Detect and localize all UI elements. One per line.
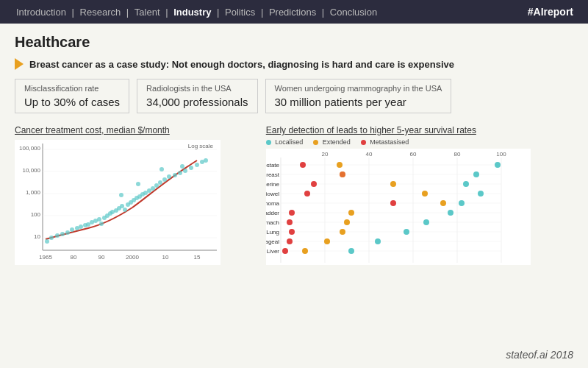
- svg-point-29: [86, 222, 90, 227]
- stat-value-misclassification: Up to 30% of cases: [24, 96, 120, 108]
- svg-text:100: 100: [31, 211, 41, 218]
- sep3: |: [165, 7, 171, 18]
- svg-point-61: [204, 158, 208, 163]
- svg-point-40: [120, 204, 124, 208]
- svg-point-110: [423, 219, 429, 225]
- svg-text:Bowel: Bowel: [266, 191, 279, 197]
- svg-point-126: [302, 248, 308, 254]
- svg-point-91: [390, 181, 396, 187]
- svg-point-23: [60, 232, 65, 236]
- svg-point-92: [311, 181, 317, 187]
- svg-point-27: [79, 224, 83, 229]
- svg-point-32: [97, 217, 101, 222]
- svg-point-97: [304, 191, 310, 197]
- nav-item-talent[interactable]: Talent: [135, 7, 160, 18]
- svg-text:Bladder: Bladder: [266, 210, 279, 216]
- sep6: |: [322, 7, 327, 18]
- case-study-bar: Breast cancer as a case study: Not enoug…: [15, 58, 573, 70]
- svg-point-120: [375, 238, 381, 244]
- svg-point-55: [173, 173, 177, 177]
- nav-item-conclusion[interactable]: Conclusion: [330, 7, 377, 18]
- svg-point-112: [287, 219, 293, 225]
- metastasised-dot: [361, 140, 366, 145]
- svg-point-80: [495, 162, 501, 168]
- svg-point-95: [478, 191, 484, 197]
- svg-point-58: [189, 166, 193, 170]
- sep5: |: [261, 7, 266, 18]
- svg-text:10,000: 10,000: [23, 167, 41, 174]
- svg-text:Breast: Breast: [266, 171, 280, 178]
- svg-point-41: [123, 208, 127, 212]
- svg-text:Prostate: Prostate: [266, 162, 280, 169]
- stat-label-misclassification: Misclassification rate: [24, 84, 120, 93]
- svg-text:Liver: Liver: [266, 248, 279, 255]
- svg-text:100,000: 100,000: [19, 145, 40, 152]
- stat-label-mammography: Women undergoing mammography in the USA: [275, 84, 442, 93]
- svg-text:80: 80: [71, 254, 77, 261]
- sep1: |: [72, 7, 77, 18]
- svg-text:Lung: Lung: [266, 229, 279, 236]
- svg-point-127: [282, 248, 288, 254]
- svg-point-125: [348, 248, 354, 254]
- svg-text:10: 10: [162, 254, 169, 261]
- nav-item-research[interactable]: Research: [80, 7, 121, 18]
- stat-label-radiologists: Radiologists in the USA: [146, 84, 248, 93]
- svg-text:40: 40: [365, 151, 372, 158]
- svg-point-51: [154, 183, 159, 188]
- svg-point-100: [459, 200, 465, 206]
- survival-chart-section: Early detection of leads to higher 5-yea…: [266, 125, 573, 268]
- svg-text:100: 100: [496, 151, 506, 158]
- slide: Introduction | Research | Talent | Indus…: [0, 0, 588, 368]
- svg-rect-0: [15, 140, 220, 265]
- nav-item-industry[interactable]: Industry: [173, 7, 211, 18]
- scatter-chart-title: Cancer treatment cost, median $/month: [15, 125, 251, 135]
- svg-text:Non-Hodgkin lymphoma: Non-Hodgkin lymphoma: [266, 200, 280, 207]
- stats-row: Misclassification rate Up to 30% of case…: [15, 79, 573, 113]
- nav-items: Introduction | Research | Talent | Indus…: [15, 7, 379, 18]
- nav-item-predictions[interactable]: Predictions: [269, 7, 316, 18]
- svg-point-53: [162, 177, 167, 182]
- svg-point-21: [49, 236, 54, 240]
- scatter-chart-section: Cancer treatment cost, median $/month 10…: [15, 125, 251, 268]
- arrow-icon: [15, 58, 24, 70]
- section-title: Healthcare: [15, 34, 573, 51]
- svg-point-62: [119, 193, 123, 197]
- svg-text:2000: 2000: [126, 254, 139, 261]
- case-study-text: Breast cancer as a case study: Not enoug…: [29, 59, 454, 70]
- scatter-svg: 100,000 10,000 1,000 100 10 1965 80: [15, 140, 220, 265]
- svg-point-81: [337, 162, 343, 168]
- svg-text:80: 80: [453, 151, 460, 158]
- svg-point-107: [289, 210, 295, 216]
- svg-point-57: [183, 169, 187, 173]
- svg-point-101: [440, 200, 446, 206]
- svg-point-87: [340, 171, 345, 177]
- legend-localised: Localised: [266, 138, 304, 146]
- stat-mammography: Women undergoing mammography in the USA …: [265, 79, 452, 113]
- survival-chart-title: Early detection of leads to higher 5-yea…: [266, 125, 573, 135]
- nav-item-politics[interactable]: Politics: [225, 7, 255, 18]
- svg-text:Log scale: Log scale: [188, 143, 214, 149]
- svg-text:15: 15: [194, 254, 201, 261]
- svg-point-56: [178, 171, 182, 175]
- svg-point-59: [195, 163, 199, 167]
- stat-radiologists: Radiologists in the USA 34,000 professio…: [137, 79, 257, 113]
- svg-point-85: [473, 171, 479, 177]
- svg-text:Oesophageal: Oesophageal: [266, 238, 279, 245]
- survival-svg: 20 40 60 80 100 Prostate: [266, 149, 531, 265]
- svg-point-50: [151, 186, 155, 191]
- footer: stateof.ai 2018: [506, 349, 573, 361]
- svg-point-65: [180, 164, 184, 169]
- svg-text:90: 90: [98, 254, 105, 261]
- svg-point-63: [136, 182, 140, 186]
- nav-item-introduction[interactable]: Introduction: [16, 7, 66, 18]
- legend-extended: Extended: [313, 138, 351, 146]
- svg-point-24: [65, 230, 70, 235]
- stat-value-mammography: 30 million patients per year: [275, 96, 442, 108]
- svg-point-52: [158, 180, 162, 185]
- legend-metastasised: Metastasised: [361, 138, 409, 146]
- svg-text:10: 10: [34, 233, 40, 240]
- stat-value-radiologists: 34,000 professionals: [146, 96, 248, 108]
- svg-point-102: [390, 200, 396, 206]
- svg-point-116: [340, 229, 345, 235]
- svg-text:1965: 1965: [39, 254, 52, 261]
